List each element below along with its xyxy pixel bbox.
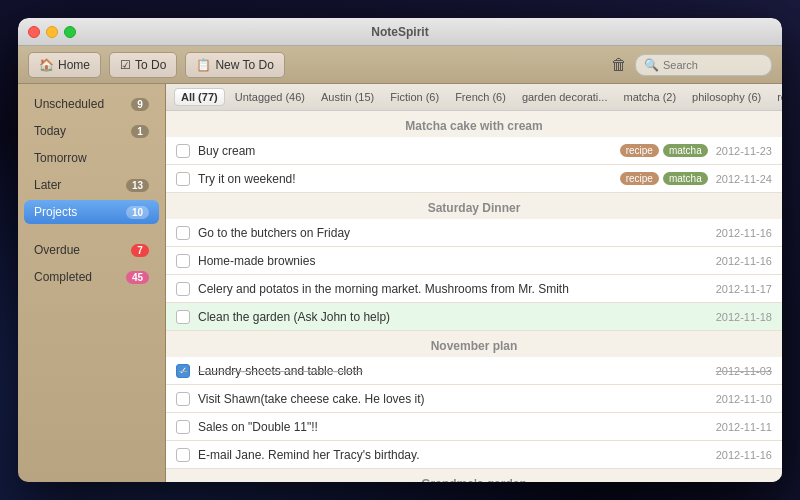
task-date: 2012-11-16 bbox=[716, 227, 772, 239]
sidebar-badge-overdue: 7 bbox=[131, 244, 149, 257]
sidebar-badge-projects: 10 bbox=[126, 206, 149, 219]
sidebar-item-label: Later bbox=[34, 178, 61, 192]
filter-tab-untagged[interactable]: Untagged (46) bbox=[229, 89, 311, 105]
filter-tab-fiction[interactable]: Fiction (6) bbox=[384, 89, 445, 105]
todo-button[interactable]: ☑ To Do bbox=[109, 52, 177, 78]
task-date: 2012-11-24 bbox=[716, 173, 772, 185]
task-text: Clean the garden (Ask John to help) bbox=[198, 310, 716, 324]
section-header: November plan bbox=[166, 331, 782, 357]
filter-tabs: All (77)Untagged (46)Austin (15)Fiction … bbox=[166, 84, 782, 111]
sidebar-item-today[interactable]: Today1 bbox=[24, 119, 159, 143]
todo-icon: ☑ bbox=[120, 58, 131, 72]
task-checkbox[interactable] bbox=[176, 226, 190, 240]
titlebar: NoteSpirit bbox=[18, 18, 782, 46]
home-icon: 🏠 bbox=[39, 58, 54, 72]
sidebar-item-later[interactable]: Later13 bbox=[24, 173, 159, 197]
task-row[interactable]: Buy creamrecipematcha2012-11-23 bbox=[166, 137, 782, 165]
home-button[interactable]: 🏠 Home bbox=[28, 52, 101, 78]
minimize-button[interactable] bbox=[46, 26, 58, 38]
sidebar-item-projects[interactable]: Projects10 bbox=[24, 200, 159, 224]
task-text: Go to the butchers on Friday bbox=[198, 226, 716, 240]
task-row[interactable]: Visit Shawn(take cheese cake. He loves i… bbox=[166, 385, 782, 413]
task-row[interactable]: Celery and potatos in the morning market… bbox=[166, 275, 782, 303]
task-list[interactable]: Matcha cake with creamBuy creamrecipemat… bbox=[166, 111, 782, 482]
todo-label: To Do bbox=[135, 58, 166, 72]
task-date: 2012-11-03 bbox=[716, 365, 772, 377]
task-text: Visit Shawn(take cheese cake. He loves i… bbox=[198, 392, 716, 406]
task-checkbox[interactable] bbox=[176, 310, 190, 324]
task-text: Laundry-sheets and table-cloth bbox=[198, 364, 716, 378]
task-row[interactable]: Laundry-sheets and table-cloth2012-11-03 bbox=[166, 357, 782, 385]
task-date: 2012-11-18 bbox=[716, 311, 772, 323]
sidebar-divider bbox=[24, 227, 159, 235]
task-checkbox[interactable] bbox=[176, 254, 190, 268]
search-input[interactable] bbox=[663, 59, 763, 71]
task-text: Home-made brownies bbox=[198, 254, 716, 268]
task-row[interactable]: Clean the garden (Ask John to help)2012-… bbox=[166, 303, 782, 331]
sidebar-item-unscheduled[interactable]: Unscheduled9 bbox=[24, 92, 159, 116]
task-text: Sales on "Double 11"!! bbox=[198, 420, 716, 434]
task-tags: recipematcha bbox=[620, 144, 708, 157]
filter-tab-garden[interactable]: garden decorati... bbox=[516, 89, 614, 105]
tag-recipe: recipe bbox=[620, 172, 659, 185]
task-row[interactable]: Go to the butchers on Friday2012-11-16 bbox=[166, 219, 782, 247]
main-content: Unscheduled9Today1TomorrowLater13Project… bbox=[18, 84, 782, 482]
task-checkbox[interactable] bbox=[176, 392, 190, 406]
task-date: 2012-11-16 bbox=[716, 255, 772, 267]
sidebar-item-label: Completed bbox=[34, 270, 92, 284]
close-button[interactable] bbox=[28, 26, 40, 38]
sidebar-item-tomorrow[interactable]: Tomorrow bbox=[24, 146, 159, 170]
tag-matcha: matcha bbox=[663, 144, 708, 157]
tag-matcha: matcha bbox=[663, 172, 708, 185]
task-row[interactable]: Try it on weekend!recipematcha2012-11-24 bbox=[166, 165, 782, 193]
task-date: 2012-11-23 bbox=[716, 145, 772, 157]
task-date: 2012-11-11 bbox=[716, 421, 772, 433]
toolbar: 🏠 Home ☑ To Do 📋 New To Do 🗑 🔍 bbox=[18, 46, 782, 84]
sidebar-badge-completed: 45 bbox=[126, 271, 149, 284]
task-date: 2012-11-17 bbox=[716, 283, 772, 295]
home-label: Home bbox=[58, 58, 90, 72]
sidebar-item-completed[interactable]: Completed45 bbox=[24, 265, 159, 289]
new-todo-icon: 📋 bbox=[196, 58, 211, 72]
filter-tab-philosophy[interactable]: philosophy (6) bbox=[686, 89, 767, 105]
section-header: Grandma's garden bbox=[166, 469, 782, 482]
filter-tab-french[interactable]: French (6) bbox=[449, 89, 512, 105]
filter-tab-matcha[interactable]: matcha (2) bbox=[618, 89, 683, 105]
task-text: Try it on weekend! bbox=[198, 172, 620, 186]
task-date: 2012-11-16 bbox=[716, 449, 772, 461]
task-checkbox[interactable] bbox=[176, 282, 190, 296]
new-todo-label: New To Do bbox=[215, 58, 273, 72]
content-area: All (77)Untagged (46)Austin (15)Fiction … bbox=[166, 84, 782, 482]
tag-recipe: recipe bbox=[620, 144, 659, 157]
sidebar-item-label: Overdue bbox=[34, 243, 80, 257]
task-text: Celery and potatos in the morning market… bbox=[198, 282, 716, 296]
sidebar-item-overdue[interactable]: Overdue7 bbox=[24, 238, 159, 262]
task-tags: recipematcha bbox=[620, 172, 708, 185]
task-checkbox[interactable] bbox=[176, 448, 190, 462]
traffic-lights bbox=[28, 26, 76, 38]
new-todo-button[interactable]: 📋 New To Do bbox=[185, 52, 284, 78]
sidebar-badge-unscheduled: 9 bbox=[131, 98, 149, 111]
window-title: NoteSpirit bbox=[371, 25, 428, 39]
app-window: NoteSpirit 🏠 Home ☑ To Do 📋 New To Do 🗑 … bbox=[18, 18, 782, 482]
trash-icon[interactable]: 🗑 bbox=[611, 56, 627, 74]
sidebar-item-label: Projects bbox=[34, 205, 77, 219]
task-row[interactable]: Sales on "Double 11"!!2012-11-11 bbox=[166, 413, 782, 441]
sidebar-badge-later: 13 bbox=[126, 179, 149, 192]
task-checkbox[interactable] bbox=[176, 172, 190, 186]
task-row[interactable]: E-mail Jane. Remind her Tracy's birthday… bbox=[166, 441, 782, 469]
filter-tab-recipe[interactable]: recipe (2) bbox=[771, 89, 782, 105]
section-header: Saturday Dinner bbox=[166, 193, 782, 219]
maximize-button[interactable] bbox=[64, 26, 76, 38]
filter-tab-all[interactable]: All (77) bbox=[174, 88, 225, 106]
task-checkbox[interactable] bbox=[176, 144, 190, 158]
task-text: Buy cream bbox=[198, 144, 620, 158]
task-row[interactable]: Home-made brownies2012-11-16 bbox=[166, 247, 782, 275]
sidebar-item-label: Tomorrow bbox=[34, 151, 87, 165]
sidebar-badge-today: 1 bbox=[131, 125, 149, 138]
sidebar: Unscheduled9Today1TomorrowLater13Project… bbox=[18, 84, 166, 482]
filter-tab-austin[interactable]: Austin (15) bbox=[315, 89, 380, 105]
task-checkbox[interactable] bbox=[176, 420, 190, 434]
search-box: 🔍 bbox=[635, 54, 772, 76]
task-checkbox[interactable] bbox=[176, 364, 190, 378]
